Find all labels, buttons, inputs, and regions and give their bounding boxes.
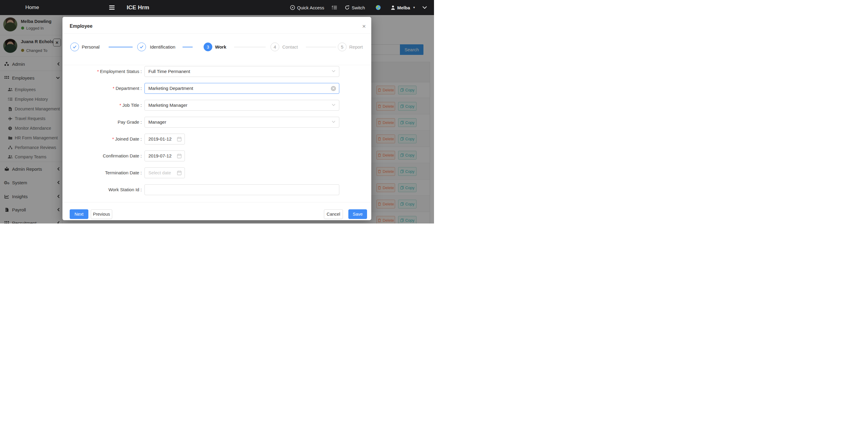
field-label: Joined Date : [115, 136, 142, 142]
field-label: Work Station Id : [108, 187, 142, 192]
close-icon[interactable]: × [361, 23, 368, 30]
field-label: Confirmation Date : [103, 153, 142, 158]
form-row-department: *Department : Marketing Department ✕ [62, 83, 371, 94]
step-report-label[interactable]: Report [349, 44, 363, 50]
quick-access-button[interactable]: Quick Access [290, 0, 324, 15]
tasks-icon[interactable] [332, 0, 337, 15]
switch-icon [345, 5, 349, 10]
check-icon [73, 45, 76, 49]
previous-button[interactable]: Previous [91, 209, 112, 219]
form-row-joined-date: *Joined Date : 2019-01-12 [62, 133, 371, 145]
step-work-circle[interactable]: 3 [204, 42, 212, 51]
step-connector [234, 47, 266, 47]
joined-date-input[interactable]: 2019-01-12 [145, 133, 185, 145]
employment-status-select[interactable]: Full Time Permanent [145, 66, 339, 77]
step-contact-label[interactable]: Contact [282, 44, 298, 50]
calendar-icon [177, 137, 182, 142]
step-personal-label[interactable]: Personal [82, 44, 99, 50]
confirmation-date-input[interactable]: 2019-07-12 [145, 150, 185, 161]
step-connector [108, 47, 133, 47]
field-label: Pay Grade : [118, 119, 142, 125]
step-connector [183, 47, 193, 47]
chevron-down-icon [332, 104, 335, 106]
form-row-termination-date: Termination Date : Select date [62, 168, 371, 178]
field-label: Termination Date : [105, 170, 142, 175]
field-label: Employment Status : [100, 69, 142, 74]
step-personal-circle[interactable] [70, 42, 79, 51]
footer-divider [62, 202, 371, 202]
cancel-button[interactable]: Cancel [324, 209, 343, 219]
collapse-chevron-icon[interactable] [422, 0, 427, 15]
work-station-id-input[interactable] [145, 184, 339, 195]
step-identification-circle[interactable] [137, 42, 146, 51]
form-row-job-title: *Job Title : Marketing Manager [62, 100, 371, 111]
modal-title: Employee [70, 24, 93, 29]
field-label: Department : [116, 86, 142, 91]
calendar-icon [177, 153, 182, 158]
pay-grade-select[interactable]: Manager [145, 117, 339, 127]
form-row-work-station-id: Work Station Id : [62, 184, 371, 195]
step-connector [306, 47, 336, 47]
save-button[interactable]: Save [348, 209, 367, 219]
language-globe-icon[interactable] [375, 0, 381, 15]
employee-modal: Employee × Personal Identification 3 Wor… [62, 17, 371, 220]
compass-icon [290, 5, 295, 10]
hamburger-menu-icon[interactable] [109, 0, 115, 15]
app-brand: ICE Hrm [127, 0, 149, 15]
calendar-icon [177, 171, 182, 175]
switch-user-button[interactable]: Switch [345, 0, 365, 15]
step-work-label[interactable]: Work [215, 44, 226, 50]
next-button[interactable]: Next [70, 209, 88, 219]
nav-home-link[interactable]: Home [25, 0, 39, 15]
step-contact-circle[interactable]: 4 [271, 42, 279, 51]
check-icon [140, 45, 144, 49]
user-menu[interactable]: Melba ▼ [391, 0, 415, 15]
chevron-down-icon [332, 121, 335, 123]
header-divider [62, 33, 371, 34]
chevron-down-icon [332, 70, 335, 72]
step-report-circle[interactable]: 5 [338, 42, 346, 51]
caret-down-icon: ▼ [413, 6, 415, 9]
steps-divider [62, 65, 371, 65]
form-row-employment-status: *Employment Status : Full Time Permanent [62, 66, 371, 77]
form-row-confirmation-date: Confirmation Date : 2019-07-12 [62, 150, 371, 161]
termination-date-input[interactable]: Select date [145, 168, 185, 178]
department-select[interactable]: Marketing Department ✕ [145, 83, 339, 94]
top-navbar: Home ICE Hrm Quick Access Switch Melba ▼ [0, 0, 434, 15]
person-icon [391, 5, 395, 10]
form-row-pay-grade: Pay Grade : Manager [62, 117, 371, 127]
step-identification-label[interactable]: Identification [150, 44, 175, 50]
clear-icon[interactable]: ✕ [331, 86, 336, 91]
job-title-select[interactable]: Marketing Manager [145, 100, 339, 111]
field-label: Job Title : [122, 102, 142, 108]
